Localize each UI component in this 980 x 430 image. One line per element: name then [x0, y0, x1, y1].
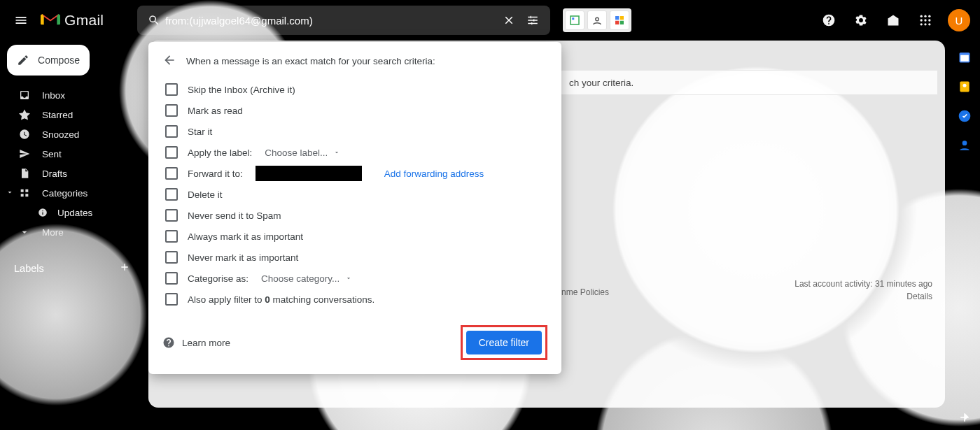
compose-label: Compose	[38, 55, 80, 66]
opt-no-spam[interactable]: Never send it to Spam	[162, 205, 547, 226]
labels-heading: Labels	[14, 263, 44, 274]
calendar-icon[interactable]	[956, 49, 973, 66]
svg-point-19	[963, 84, 967, 87]
checkbox-icon[interactable]	[165, 230, 178, 243]
svg-point-11	[924, 19, 926, 21]
checkbox-icon[interactable]	[165, 272, 178, 285]
nav-sent[interactable]: Sent	[0, 144, 147, 164]
gmail-text: Gmail	[64, 12, 104, 29]
forward-address-input[interactable]	[255, 166, 362, 181]
clock-icon	[18, 129, 31, 140]
criteria-message-text: ch your criteria.	[569, 78, 634, 88]
search-bar[interactable]	[137, 6, 550, 35]
svg-point-12	[928, 19, 930, 21]
checkbox-icon[interactable]	[165, 167, 178, 180]
nav-starred-label: Starred	[42, 110, 73, 120]
svg-rect-1	[573, 17, 575, 20]
nav-starred[interactable]: Starred	[0, 105, 147, 124]
create-filter-button[interactable]: Create filter	[466, 331, 542, 354]
contacts-icon[interactable]	[956, 137, 973, 154]
nav-categories-label: Categories	[42, 188, 88, 199]
svg-point-14	[924, 23, 926, 25]
nav-snoozed-label: Snoozed	[42, 129, 79, 140]
settings-icon[interactable]	[848, 8, 874, 33]
opt-important[interactable]: Always mark it as important	[162, 226, 547, 247]
checkbox-icon[interactable]	[165, 209, 178, 222]
checkbox-icon[interactable]	[165, 251, 178, 264]
add-forwarding-link[interactable]: Add forwarding address	[384, 169, 484, 179]
svg-point-7	[920, 15, 923, 17]
svg-point-2	[596, 17, 599, 21]
svg-rect-17	[960, 55, 969, 62]
star-icon	[18, 109, 31, 120]
category-select[interactable]: Choose category...	[261, 273, 352, 284]
opt-mark-read[interactable]: Mark as read	[162, 100, 547, 121]
checkbox-icon[interactable]	[165, 146, 178, 159]
nav-sent-label: Sent	[42, 149, 62, 159]
checkbox-icon[interactable]	[165, 125, 178, 138]
opt-not-important[interactable]: Never mark it as important	[162, 247, 547, 268]
opt-skip-inbox[interactable]: Skip the Inbox (Archive it)	[162, 79, 547, 100]
nav-more[interactable]: More	[0, 222, 147, 242]
footer-policies[interactable]: nme Policies	[561, 287, 609, 297]
nav-inbox-label: Inbox	[42, 90, 65, 101]
svg-rect-5	[615, 21, 619, 24]
hide-side-panel-icon[interactable]	[960, 410, 973, 426]
nav-more-label: More	[42, 227, 64, 238]
search-input[interactable]	[165, 15, 497, 27]
opt-forward[interactable]: Forward it to: Add forwarding address	[162, 163, 547, 184]
label-select[interactable]: Choose label...	[265, 148, 340, 158]
popup-title: When a message is an exact match for you…	[186, 56, 435, 66]
filter-options-popup: When a message is an exact match for you…	[148, 42, 561, 374]
inbox-icon	[18, 89, 31, 101]
search-icon	[143, 14, 165, 27]
info-icon	[38, 208, 48, 217]
nav-categories[interactable]: Categories	[0, 183, 147, 203]
nav-snoozed[interactable]: Snoozed	[0, 124, 147, 144]
opt-apply-label[interactable]: Apply the label: Choose label...	[162, 142, 547, 163]
nav-inbox[interactable]: Inbox	[0, 85, 147, 105]
opt-star[interactable]: Star it	[162, 121, 547, 142]
back-arrow-icon[interactable]	[162, 53, 176, 69]
svg-rect-6	[620, 21, 624, 24]
svg-point-9	[928, 15, 930, 17]
app-chip-3[interactable]	[610, 10, 629, 30]
help-icon	[162, 336, 175, 349]
send-icon	[18, 148, 31, 159]
opt-also-apply[interactable]: Also apply filter to 0 matching conversa…	[162, 289, 547, 310]
tasks-icon[interactable]	[956, 108, 973, 124]
account-avatar[interactable]: U	[948, 9, 970, 31]
clear-search-icon[interactable]	[497, 8, 521, 32]
search-options-icon[interactable]	[521, 8, 545, 32]
keep-icon[interactable]	[956, 78, 973, 95]
chat-status-icon[interactable]	[881, 8, 906, 33]
nav-updates[interactable]: Updates	[0, 203, 147, 222]
svg-point-13	[920, 23, 923, 25]
add-label-icon[interactable]	[119, 261, 130, 275]
app-chip-1[interactable]	[565, 10, 584, 30]
checkbox-icon[interactable]	[165, 104, 178, 117]
learn-more-link[interactable]: Learn more	[162, 336, 230, 349]
create-filter-highlight: Create filter	[461, 325, 547, 360]
expand-icon	[6, 188, 15, 199]
svg-point-21	[962, 141, 967, 145]
opt-categorise[interactable]: Categorise as: Choose category...	[162, 268, 547, 289]
compose-button[interactable]: Compose	[7, 45, 90, 76]
draft-icon	[18, 168, 31, 179]
nav-drafts-label: Drafts	[42, 169, 67, 179]
svg-point-8	[924, 15, 926, 17]
support-icon[interactable]	[816, 8, 841, 33]
google-apps-icon[interactable]	[913, 8, 938, 33]
app-chip-2[interactable]	[587, 10, 607, 30]
nav-drafts[interactable]: Drafts	[0, 164, 147, 183]
nav-updates-label: Updates	[57, 208, 92, 218]
checkbox-icon[interactable]	[165, 83, 178, 96]
checkbox-icon[interactable]	[165, 188, 178, 201]
gmail-logo[interactable]: Gmail	[41, 11, 104, 29]
main-menu-button[interactable]	[7, 6, 35, 34]
checkbox-icon[interactable]	[165, 293, 178, 306]
svg-rect-3	[615, 16, 619, 20]
footer-activity: Last account activity: 31 minutes ago	[794, 278, 932, 290]
footer-details[interactable]: Details	[794, 290, 932, 303]
opt-delete[interactable]: Delete it	[162, 184, 547, 205]
